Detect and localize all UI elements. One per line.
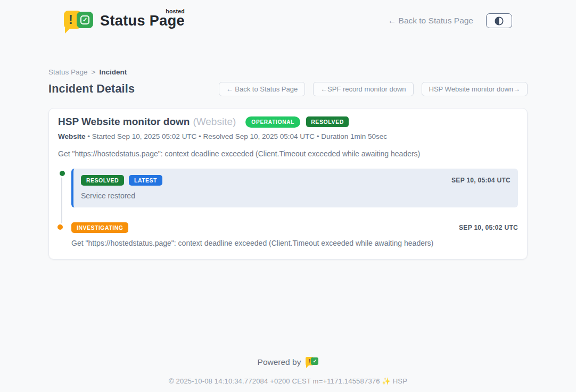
breadcrumb-status-page[interactable]: Status Page — [48, 68, 88, 76]
footer: Powered by ! ✓ © 2025-10-08 14:10:34.772… — [48, 356, 528, 385]
breadcrumb-incident: Incident — [99, 68, 127, 76]
timeline-message: Service restored — [81, 191, 511, 200]
mini-check-icon: ✓ — [311, 357, 318, 365]
next-incident-button[interactable]: HSP Website monitor down→ — [422, 82, 528, 96]
incident-description: Get "https://hostedstatus.page": context… — [58, 149, 518, 158]
breadcrumb-separator: > — [92, 68, 96, 76]
timeline-badges: RESOLVED LATEST — [81, 175, 162, 186]
brand-name: Status Page hosted — [100, 13, 185, 29]
back-to-status-page-button[interactable]: ← Back to Status Page — [219, 82, 305, 96]
meta-component-name: Website — [58, 132, 86, 140]
operational-badge: OPERATIONAL — [245, 116, 300, 128]
title-row: Incident Details ← Back to Status Page ←… — [48, 82, 528, 96]
powered-by-label: Powered by — [258, 357, 301, 367]
status-page-logo-icon: ! ✓ — [64, 9, 94, 32]
check-icon: ✓ — [80, 15, 89, 24]
logo[interactable]: ! ✓ Status Page hosted — [64, 9, 185, 32]
incident-title: HSP Website monitor down — [58, 116, 190, 128]
timeline-dot-green — [58, 169, 67, 178]
powered-by-link[interactable]: Powered by ! ✓ — [258, 356, 319, 368]
main-content: Status Page>Incident Incident Details ← … — [48, 68, 528, 385]
latest-badge: LATEST — [129, 175, 162, 186]
timeline-message: Get "https://hostedstatus.page": context… — [71, 239, 518, 247]
incident-nav-buttons: ← Back to Status Page ←SPF record monito… — [219, 82, 528, 96]
status-page-mini-logo-icon: ! ✓ — [306, 356, 318, 368]
theme-toggle-button[interactable] — [486, 13, 512, 28]
timeline-entry-head: RESOLVED LATEST SEP 10, 05:04 UTC — [81, 175, 511, 186]
resolved-status-badge: RESOLVED — [306, 116, 349, 127]
page-title: Incident Details — [48, 82, 135, 96]
incident-component: (Website) — [193, 116, 236, 128]
header-back-link[interactable]: ← Back to Status Page — [388, 16, 473, 26]
incident-card-header: HSP Website monitor down (Website) OPERA… — [58, 116, 518, 128]
header: ! ✓ Status Page hosted ← Back to Status … — [0, 0, 576, 41]
breadcrumb: Status Page>Incident — [48, 68, 528, 76]
timeline-badges: INVESTIGATING — [71, 222, 128, 233]
timeline-entry-investigating: INVESTIGATING SEP 10, 05:02 UTC Get "htt… — [71, 222, 518, 247]
header-actions: ← Back to Status Page — [388, 13, 512, 28]
exclamation-glyph: ! — [69, 13, 73, 27]
investigating-badge: INVESTIGATING — [71, 222, 128, 233]
incident-meta: Website • Started Sep 10, 2025 05:02 UTC… — [58, 132, 518, 140]
contrast-icon — [495, 16, 504, 26]
copyright-text: © 2025-10-08 14:10:34.772084 +0200 CEST … — [48, 377, 528, 385]
timeline-dot-orange — [56, 223, 64, 231]
incident-card: HSP Website monitor down (Website) OPERA… — [48, 108, 528, 260]
timeline-entry-head: INVESTIGATING SEP 10, 05:02 UTC — [71, 222, 518, 233]
timeline-timestamp: SEP 10, 05:04 UTC — [451, 177, 511, 184]
timeline-timestamp: SEP 10, 05:02 UTC — [459, 224, 518, 231]
timeline-entry-resolved: RESOLVED LATEST SEP 10, 05:04 UTC Servic… — [71, 169, 518, 207]
logo-check-square: ✓ — [77, 12, 93, 28]
meta-details: • Started Sep 10, 2025 05:02 UTC • Resol… — [86, 132, 388, 140]
hosted-label: hosted — [166, 8, 185, 14]
resolved-badge: RESOLVED — [81, 175, 124, 186]
incident-timeline: RESOLVED LATEST SEP 10, 05:04 UTC Servic… — [58, 169, 518, 247]
previous-incident-button[interactable]: ←SPF record monitor down — [313, 82, 413, 96]
